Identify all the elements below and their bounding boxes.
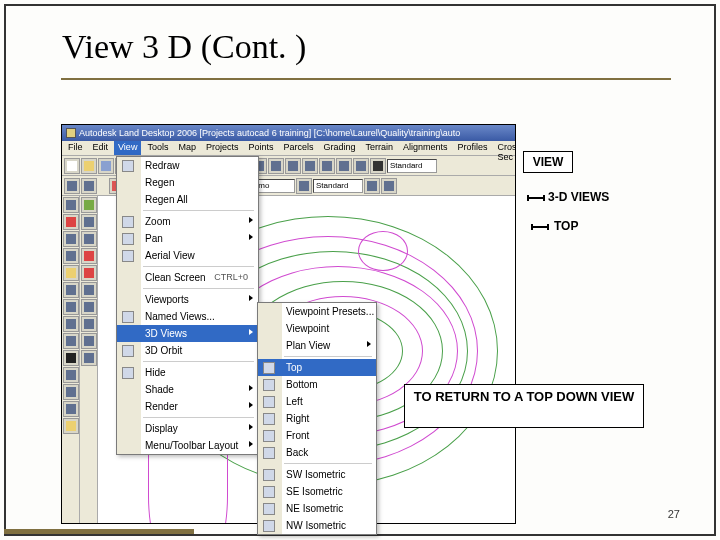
tool-button[interactable] bbox=[81, 350, 97, 366]
tool-button[interactable] bbox=[63, 384, 79, 400]
tool-button[interactable] bbox=[63, 265, 79, 281]
menu-item-icon bbox=[263, 486, 275, 498]
toolbar-button[interactable] bbox=[319, 158, 335, 174]
menu-item[interactable]: Menu/Toolbar Layout bbox=[117, 437, 258, 454]
tool-button[interactable] bbox=[63, 418, 79, 434]
menubar-item[interactable]: Cross Sec bbox=[494, 141, 516, 155]
toolbar-input-standard[interactable]: Standard bbox=[387, 159, 437, 173]
callout-view: VIEW bbox=[523, 151, 573, 173]
menubar-item[interactable]: Grading bbox=[319, 141, 359, 155]
text-style-icon[interactable] bbox=[370, 158, 386, 174]
toolbar-button[interactable] bbox=[353, 158, 369, 174]
menubar-item[interactable]: Map bbox=[174, 141, 200, 155]
app-titlebar: Autodesk Land Desktop 2006 [Projects aut… bbox=[62, 125, 515, 141]
menu-item[interactable]: Viewpoint bbox=[258, 320, 376, 337]
tool-button[interactable] bbox=[81, 299, 97, 315]
menu-item[interactable]: Regen All bbox=[117, 191, 258, 208]
submenu-arrow-icon bbox=[249, 217, 253, 223]
menu-item[interactable]: Top bbox=[258, 359, 376, 376]
menubar-item[interactable]: View bbox=[114, 141, 141, 155]
tool-button[interactable] bbox=[63, 282, 79, 298]
toolbar-button[interactable] bbox=[64, 158, 80, 174]
menu-item[interactable]: SW Isometric bbox=[258, 466, 376, 483]
tool-button[interactable] bbox=[81, 231, 97, 247]
toolbar-button[interactable] bbox=[364, 178, 380, 194]
tool-button[interactable] bbox=[81, 214, 97, 230]
tool-button[interactable] bbox=[63, 231, 79, 247]
tool-button[interactable] bbox=[81, 316, 97, 332]
menu-item-icon bbox=[122, 160, 134, 172]
menu-item[interactable]: Regen bbox=[117, 174, 258, 191]
menu-item[interactable]: Viewports bbox=[117, 291, 258, 308]
menubar-item[interactable]: Edit bbox=[89, 141, 113, 155]
tool-button[interactable] bbox=[81, 282, 97, 298]
menu-item[interactable]: Clean ScreenCTRL+0 bbox=[117, 269, 258, 286]
tool-button[interactable] bbox=[63, 214, 79, 230]
menubar-item[interactable]: Projects bbox=[202, 141, 243, 155]
toolbar-button[interactable] bbox=[381, 178, 397, 194]
page-number: 27 bbox=[668, 508, 680, 520]
toolbar-button[interactable] bbox=[81, 178, 97, 194]
tool-button[interactable] bbox=[63, 197, 79, 213]
toolbar-button[interactable] bbox=[336, 158, 352, 174]
tool-button[interactable] bbox=[81, 265, 97, 281]
menu-item[interactable]: Redraw bbox=[117, 157, 258, 174]
menubar-item[interactable]: Alignments bbox=[399, 141, 452, 155]
menu-item[interactable]: Zoom bbox=[117, 213, 258, 230]
slide-title: View 3 D (Cont. ) bbox=[62, 28, 306, 66]
app-menubar[interactable]: FileEditViewToolsMapProjectsPointsParcel… bbox=[62, 141, 515, 156]
menubar-item[interactable]: Parcels bbox=[279, 141, 317, 155]
submenu-arrow-icon bbox=[249, 441, 253, 447]
menu-item-icon bbox=[263, 447, 275, 459]
menu-item-icon bbox=[122, 250, 134, 262]
menu-item[interactable]: Shade bbox=[117, 381, 258, 398]
menu-item[interactable]: Render bbox=[117, 398, 258, 415]
tool-button[interactable] bbox=[81, 248, 97, 264]
toolbar-button[interactable] bbox=[296, 178, 312, 194]
tool-button[interactable] bbox=[63, 316, 79, 332]
toolbar-button[interactable] bbox=[81, 158, 97, 174]
view-menu-items: RedrawRegenRegen AllZoomPanAerial ViewCl… bbox=[117, 157, 258, 454]
menu-item[interactable]: NE Isometric bbox=[258, 500, 376, 517]
menu-item[interactable]: Right bbox=[258, 410, 376, 427]
slide-frame: View 3 D (Cont. ) Autodesk Land Desktop … bbox=[4, 4, 716, 536]
menu-item[interactable]: Back bbox=[258, 444, 376, 461]
tool-button[interactable] bbox=[63, 401, 79, 417]
menu-item[interactable]: Bottom bbox=[258, 376, 376, 393]
tool-button[interactable] bbox=[81, 197, 97, 213]
menubar-item[interactable]: Profiles bbox=[454, 141, 492, 155]
toolbar-button[interactable] bbox=[64, 178, 80, 194]
submenu-arrow-icon bbox=[249, 385, 253, 391]
toolbar-button[interactable] bbox=[302, 158, 318, 174]
menu-item[interactable]: Plan View bbox=[258, 337, 376, 354]
menu-item[interactable]: Pan bbox=[117, 230, 258, 247]
menu-item[interactable]: Front bbox=[258, 427, 376, 444]
menu-item-icon bbox=[263, 503, 275, 515]
menu-item[interactable]: 3D Orbit bbox=[117, 342, 258, 359]
menu-item[interactable]: Aerial View bbox=[117, 247, 258, 264]
toolbar-input-style[interactable]: Standard bbox=[313, 179, 363, 193]
menubar-item[interactable]: Terrain bbox=[362, 141, 398, 155]
app-icon bbox=[66, 128, 76, 138]
menu-item[interactable]: Viewpoint Presets... bbox=[258, 303, 376, 320]
tool-button[interactable] bbox=[63, 248, 79, 264]
menu-item[interactable]: Named Views... bbox=[117, 308, 258, 325]
toolbar-button[interactable] bbox=[98, 158, 114, 174]
menubar-item[interactable]: Points bbox=[244, 141, 277, 155]
menu-item[interactable]: NW Isometric bbox=[258, 517, 376, 534]
tool-button[interactable] bbox=[63, 299, 79, 315]
menu-item[interactable]: Display bbox=[117, 420, 258, 437]
menu-item[interactable]: Left bbox=[258, 393, 376, 410]
tool-button[interactable] bbox=[63, 367, 79, 383]
accent-bar bbox=[4, 529, 194, 534]
tool-button[interactable] bbox=[81, 333, 97, 349]
menu-item[interactable]: SE Isometric bbox=[258, 483, 376, 500]
toolbar-button[interactable] bbox=[285, 158, 301, 174]
menubar-item[interactable]: File bbox=[64, 141, 87, 155]
menu-item[interactable]: 3D Views bbox=[117, 325, 258, 342]
menu-item[interactable]: Hide bbox=[117, 364, 258, 381]
toolbar-button[interactable] bbox=[268, 158, 284, 174]
tool-button[interactable] bbox=[63, 350, 79, 366]
tool-button[interactable] bbox=[63, 333, 79, 349]
menubar-item[interactable]: Tools bbox=[143, 141, 172, 155]
